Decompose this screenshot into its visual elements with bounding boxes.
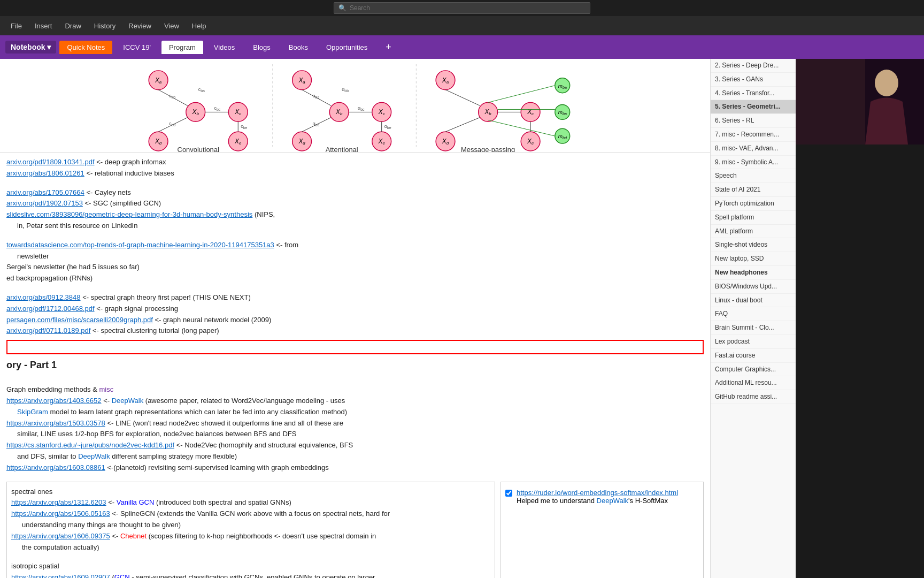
link-ruder[interactable]: https://ruder.io/word-embeddings-softmax…	[517, 489, 678, 497]
link-relational[interactable]: arxiv.org/abs/1806.01261	[6, 169, 84, 177]
link-spectral-theory[interactable]: arxiv.org/abs/0912.3848	[6, 293, 81, 301]
sidebar-item-lex[interactable]: Lex podcast	[711, 335, 796, 349]
sidebar-item-linux[interactable]: Linux - dual boot	[711, 294, 796, 308]
link-planetoid-desc: <-(planetoid) revisiting semi-supervised…	[107, 463, 328, 471]
text-backprop: ed backpropagation (RNNs)	[6, 273, 704, 284]
text-chebnet-2: the computation actually)	[11, 542, 490, 553]
link-clustering: arxiv.org/pdf/0711.0189.pdf <- spectral …	[6, 325, 704, 337]
sidebar-item-bios[interactable]: BIOS/Windows Upd...	[711, 280, 796, 294]
menu-view[interactable]: View	[159, 20, 184, 32]
link-planetoid: https://arxiv.org/abs/1603.08861 <-(plan…	[6, 462, 704, 474]
link-infomax[interactable]: arxiv.org/pdf/1809.10341.pdf	[6, 158, 95, 166]
link-tds[interactable]: towardsdatascience.com/top-trends-of-gra…	[6, 241, 274, 249]
menu-insert[interactable]: Insert	[29, 20, 58, 32]
sidebar-item-gans[interactable]: 3. Series - GANs	[711, 73, 796, 87]
link-chebnet-url[interactable]: https://arxiv.org/abs/1606.09375	[11, 532, 110, 540]
text-content-area: arxiv.org/pdf/1809.10341.pdf <- deep gra…	[0, 153, 710, 578]
link-vanilla-gcn: https://arxiv.org/abs/1312.6203 <- Vanil…	[11, 497, 490, 508]
search-input[interactable]	[350, 4, 586, 12]
sidebar-item-laptop[interactable]: New laptop, SSD	[711, 252, 796, 266]
search-bar[interactable]: 🔍	[334, 2, 590, 14]
link-line-4: arxiv.org/pdf/1902.07153 <- SGC (simplif…	[6, 198, 704, 209]
link-desc-5: (NIPS,	[255, 210, 275, 218]
sidebar-item-brain[interactable]: Brain Summit - Clo...	[711, 321, 796, 335]
link-sgc[interactable]: arxiv.org/pdf/1902.07153	[6, 199, 83, 207]
sidebar-item-spell[interactable]: Spell platform	[711, 211, 796, 225]
link-isotropic: https://arxiv.org/abs/1609.02907 (GCN - …	[11, 572, 490, 578]
link-desc-2: <- relational inductive biases	[86, 169, 174, 177]
link-line-5: slideslive.com/38938096/geometric-deep-l…	[6, 209, 704, 220]
link-splinegcn-desc: <- SplineGCN (extends the Vanilla GCN wo…	[112, 509, 390, 518]
text-splinegcn-2: understanding many things are thought to…	[11, 520, 490, 531]
checkbox-ruder-input[interactable]	[505, 490, 512, 497]
content-area: Xa Xb Xc Xd Xe cbb cbc cbd cbe c	[0, 59, 710, 578]
link-signal: arxiv.org/pdf/1712.00468.pdf <- graph si…	[6, 303, 704, 315]
checkbox-ruder: https://ruder.io/word-embeddings-softmax…	[505, 489, 699, 505]
bottom-split: spectral ones https://arxiv.org/abs/1312…	[6, 482, 704, 578]
link-signal-desc: <- graph signal processing	[96, 305, 178, 313]
link-isotropic-desc: (GCN - semi-supervised classification wi…	[112, 573, 375, 578]
embedding-header: Graph embedding methods & misc	[6, 384, 704, 396]
sidebar-item-aml[interactable]: AML platform	[711, 225, 796, 239]
sidebar-item-additional-ml[interactable]: Additional ML resou...	[711, 376, 796, 390]
link-signal-proc[interactable]: arxiv.org/pdf/1712.00468.pdf	[6, 305, 95, 313]
sidebar-item-fastai[interactable]: Fast.ai course	[711, 349, 796, 363]
link-neural-desc: <- graph neural network model (2009)	[155, 316, 271, 324]
sidebar-item-symbolic[interactable]: 9. misc - Symbolic A...	[711, 156, 796, 170]
link-planetoid-url[interactable]: https://arxiv.org/abs/1603.08861	[6, 463, 105, 471]
link-desc-3: <- Cayley nets	[86, 188, 130, 196]
tab-add[interactable]: +	[378, 39, 399, 56]
link-clustering-tut[interactable]: arxiv.org/pdf/0711.0189.pdf	[6, 326, 90, 334]
sidebar-item-headphones[interactable]: New headphones	[711, 266, 796, 280]
link-chebnet-desc: <- Chebnet (scopes filtering to k-hop ne…	[112, 532, 376, 540]
link-line-3: arxiv.org/abs/1705.07664 <- Cayley nets	[6, 187, 704, 199]
notebook-name[interactable]: Notebook ▾	[5, 41, 56, 54]
link-line-url[interactable]: https://arxiv.org/abs/1503.03578	[6, 419, 105, 427]
sidebar-item-deep-dre[interactable]: 2. Series - Deep Dre...	[711, 59, 796, 73]
sidebar-item-recommen[interactable]: 7. misc - Recommen...	[711, 128, 796, 142]
menu-draw[interactable]: Draw	[59, 20, 86, 32]
link-neural-model[interactable]: persagen.com/files/misc/scarselli2009gra…	[6, 316, 153, 324]
sidebar-item-faq[interactable]: FAQ	[711, 307, 796, 321]
tab-quick-notes[interactable]: Quick Notes	[59, 41, 112, 54]
sidebar-item-pytorch[interactable]: PyTorch optimization	[711, 197, 796, 211]
link-splinegcn-url[interactable]: https://arxiv.org/abs/1506.05163	[11, 509, 110, 518]
checkbox-section: https://ruder.io/word-embeddings-softmax…	[500, 482, 704, 578]
sidebar-item-rl[interactable]: 6. Series - RL	[711, 114, 796, 128]
menu-history[interactable]: History	[89, 20, 121, 32]
main-layout: Xa Xb Xc Xd Xe cbb cbc cbd cbe c	[0, 59, 924, 578]
sidebar-item-vae[interactable]: 8. misc- VAE, Advan...	[711, 142, 796, 156]
text-petar: in, Petar sent this resource on LinkedIn	[6, 220, 704, 232]
link-isotropic-url[interactable]: https://arxiv.org/abs/1609.02907	[11, 573, 110, 578]
link-clustering-desc: <- spectral clustering tutorial (long pa…	[93, 326, 219, 334]
menu-file[interactable]: File	[5, 20, 27, 32]
sidebar-item-single-shot[interactable]: Single-shot videos	[711, 238, 796, 252]
tab-iccv[interactable]: ICCV 19'	[116, 41, 158, 54]
sidebar-item-geometric[interactable]: 5. Series - Geometri...	[711, 100, 796, 114]
svg-text:Attentional: Attentional	[326, 146, 358, 152]
section-title-part1: ory - Part 1	[6, 360, 704, 371]
sidebar-item-speech[interactable]: Speech	[711, 169, 796, 183]
tab-videos[interactable]: Videos	[206, 41, 243, 54]
link-cayley[interactable]: arxiv.org/abs/1705.07664	[6, 188, 84, 196]
sidebar-item-github[interactable]: GitHub readme assi...	[711, 390, 796, 404]
link-deepwalk-url[interactable]: https://arxiv.org/abs/1403.6652	[6, 397, 102, 405]
link-chebnet: https://arxiv.org/abs/1606.09375 <- Cheb…	[11, 531, 490, 542]
menu-review[interactable]: Review	[123, 20, 157, 32]
tab-program[interactable]: Program	[161, 41, 203, 54]
link-line-1: arxiv.org/pdf/1809.10341.pdf <- deep gra…	[6, 157, 704, 168]
webcam-area	[796, 59, 924, 578]
red-border-section	[6, 340, 704, 354]
text-newsletter: newsletter	[6, 251, 704, 262]
link-node2vec-url[interactable]: https://cs.stanford.edu/~jure/pubs/node2…	[6, 441, 174, 449]
sidebar-item-state-ai[interactable]: State of AI 2021	[711, 183, 796, 197]
tab-books[interactable]: Books	[281, 41, 315, 54]
sidebar-item-computer-graphics[interactable]: Computer Graphics...	[711, 363, 796, 377]
link-slideslive[interactable]: slideslive.com/38938096/geometric-deep-l…	[6, 210, 252, 218]
tab-blogs[interactable]: Blogs	[245, 41, 278, 54]
link-spectral-desc: <- spectral graph theory first paper! (T…	[82, 293, 251, 301]
link-vanilla-url[interactable]: https://arxiv.org/abs/1312.6203	[11, 498, 106, 506]
tab-opportunities[interactable]: Opportunities	[319, 41, 375, 54]
sidebar-item-transfor[interactable]: 4. Series - Transfor...	[711, 87, 796, 101]
menu-help[interactable]: Help	[187, 20, 212, 32]
